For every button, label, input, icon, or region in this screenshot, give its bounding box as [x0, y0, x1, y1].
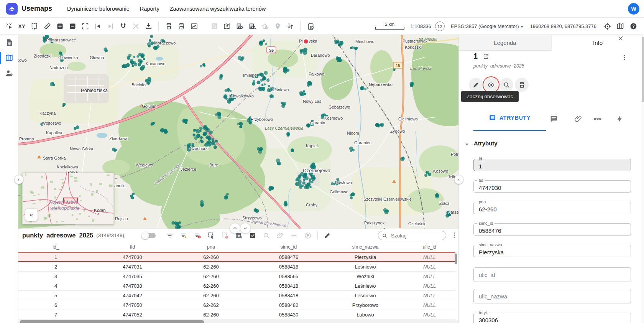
table-vertical-scrollbar[interactable] [455, 254, 457, 264]
svg-text:Nadrożno: Nadrożno [49, 65, 68, 70]
tasks-tool-icon[interactable] [306, 21, 315, 31]
zoom-in-tool-icon[interactable] [55, 21, 64, 31]
field-ulic_nazwa[interactable]: ulic_nazwa [473, 289, 631, 303]
table-search[interactable] [378, 231, 446, 240]
collapse-table-button[interactable] [240, 223, 251, 234]
user-avatar[interactable]: W [628, 3, 639, 15]
svg-text:Golimowo: Golimowo [330, 190, 348, 194]
geolocation-icon[interactable] [603, 22, 612, 31]
column-header-simc_nazwa[interactable]: simc_nazwa [327, 244, 404, 250]
table-horizontal-scrollbar[interactable] [18, 320, 458, 323]
select-area-button[interactable] [207, 231, 215, 240]
svg-text:Kaczyna: Kaczyna [39, 111, 56, 115]
print-tool-icon[interactable] [164, 21, 173, 31]
close-icon[interactable] [617, 35, 624, 42]
svg-text:Baranowo: Baranowo [311, 53, 330, 58]
filter-button[interactable] [166, 231, 174, 240]
svg-text:Promno: Promno [19, 137, 34, 141]
scale-ratio: 1:108336 [411, 23, 431, 29]
select-features-tool-icon[interactable] [30, 21, 39, 31]
menu-item-3[interactable]: Zaawansowana wyszukiwarka terenów [170, 6, 266, 12]
split-tool-icon [131, 21, 140, 31]
svg-text:Graby: Graby [306, 203, 317, 207]
field-simc_nazwa[interactable]: simc_nazwaPierzyska [473, 242, 631, 257]
parcel-search-tool-icon[interactable] [248, 21, 257, 31]
help-icon[interactable]: ? [629, 22, 638, 31]
chart-tool-icon[interactable] [189, 21, 199, 31]
menu-item-1[interactable]: Dynamiczne buforowanie [67, 6, 130, 12]
collapse-overview-button[interactable]: « [25, 209, 38, 221]
attachments-icon[interactable] [574, 115, 583, 123]
field-ulic_id[interactable]: ulic_id [473, 267, 631, 282]
print-advanced-tool-icon[interactable] [177, 21, 186, 31]
edit-feature-button[interactable] [469, 78, 483, 92]
zoom-out-tool-icon[interactable] [68, 21, 77, 31]
table-row[interactable]: 3474703562-2600588565WoźnikiNULL [18, 272, 455, 281]
zoom-to-feature-button[interactable] [499, 78, 513, 92]
projection-select[interactable]: EPSG:3857 (Google Mercator)▼ [451, 23, 524, 29]
table-row[interactable]: 6474705062-2620588482PrzyborowoNULL [18, 300, 455, 310]
map-toolbar: XY 2 km 1:108336 12 EPSG:3857 (Google Me… [0, 18, 644, 35]
previous-extent-tool-icon[interactable] [93, 21, 102, 31]
field-teryt[interactable]: teryt300306 [473, 310, 631, 323]
basemap-icon[interactable] [616, 22, 625, 31]
expand-table-button[interactable] [230, 223, 240, 234]
tab-attributes[interactable]: ATRYBUTY [473, 114, 546, 121]
table-filter-toggle[interactable] [143, 233, 156, 238]
sidebar-item-admin[interactable] [0, 66, 18, 81]
sidebar-item-map[interactable] [0, 50, 18, 66]
show-selected-only-toggle[interactable] [248, 231, 257, 240]
layer-title: punkty_adresowe_2025 [22, 232, 93, 239]
filter-clear-button[interactable] [193, 231, 202, 240]
tab-info[interactable]: Info [552, 35, 644, 51]
open-external-icon[interactable] [483, 53, 489, 60]
expand-left-panel-button[interactable]: › [14, 175, 23, 184]
comments-icon[interactable] [550, 115, 558, 123]
table-row[interactable]: 5474704262-2600588418LeśniewoNULL [18, 291, 455, 300]
panel-scrollbar[interactable] [641, 35, 644, 323]
field-pna[interactable]: pna62-260 [473, 199, 631, 214]
column-header-simc_id[interactable]: simc_id [250, 244, 327, 250]
field-simc_id[interactable]: simc_id0588476 [473, 221, 631, 236]
svg-text:Węglewo: Węglewo [136, 163, 153, 167]
watch-tooltip: Zacznij obserwować [461, 91, 519, 102]
table-row[interactable]: 2474703162-2600588418LeśniewoNULL [18, 262, 455, 272]
map-notes-tool-icon[interactable] [222, 21, 232, 31]
watch-feature-button[interactable] [484, 78, 498, 92]
measure-tool-icon[interactable] [43, 21, 52, 31]
column-header-id_[interactable]: id_ [18, 244, 93, 250]
search-input[interactable] [390, 232, 442, 239]
map-click-tool-icon[interactable] [5, 21, 14, 31]
table-menu-button[interactable] [450, 231, 458, 239]
snapping-tool-icon[interactable] [118, 21, 128, 31]
svg-text:Kocanowo: Kocanowo [146, 61, 165, 66]
table-row[interactable]: 7474705262-2600588430ŁubowoNULL [18, 310, 455, 320]
column-header-pna[interactable]: pna [172, 244, 250, 250]
field-fid[interactable]: fid4747030 [473, 178, 631, 193]
actions-icon[interactable] [616, 115, 624, 123]
table-row[interactable]: 1474703062-2600588476PierzyskaNULL [18, 252, 455, 262]
search-icon [382, 233, 388, 239]
svg-text:Żydowo: Żydowo [390, 129, 405, 133]
export-tool-icon[interactable] [144, 21, 153, 31]
address-point-tool-icon[interactable] [235, 21, 244, 31]
menu-item-2[interactable]: Raporty [140, 6, 159, 12]
collapse-section-icon[interactable] [463, 141, 470, 148]
column-header-ulic_id[interactable]: ulic_id [404, 244, 455, 250]
column-header-fid[interactable]: fid [93, 244, 172, 250]
sidebar-item-documents[interactable] [0, 35, 18, 50]
svg-text:?: ? [632, 24, 634, 28]
import-export-tool-icon[interactable] [286, 21, 295, 31]
expand-right-panel-button[interactable]: › [454, 175, 463, 184]
relations-button [290, 231, 298, 240]
print-feature-button[interactable] [515, 78, 529, 92]
xy-coordinates-tool-icon[interactable]: XY [17, 21, 26, 31]
filter-favorite-button[interactable] [179, 231, 188, 240]
edit-button[interactable] [323, 231, 332, 240]
feature-menu-button[interactable] [620, 53, 629, 62]
table-row[interactable]: 4474703862-2600588418LeśniewoNULL [18, 281, 455, 291]
svg-text:Pobiedziska: Pobiedziska [81, 87, 108, 93]
tab-legend[interactable]: Legenda [459, 35, 552, 51]
relations-icon[interactable] [593, 115, 602, 123]
full-extent-tool-icon[interactable] [80, 21, 90, 31]
